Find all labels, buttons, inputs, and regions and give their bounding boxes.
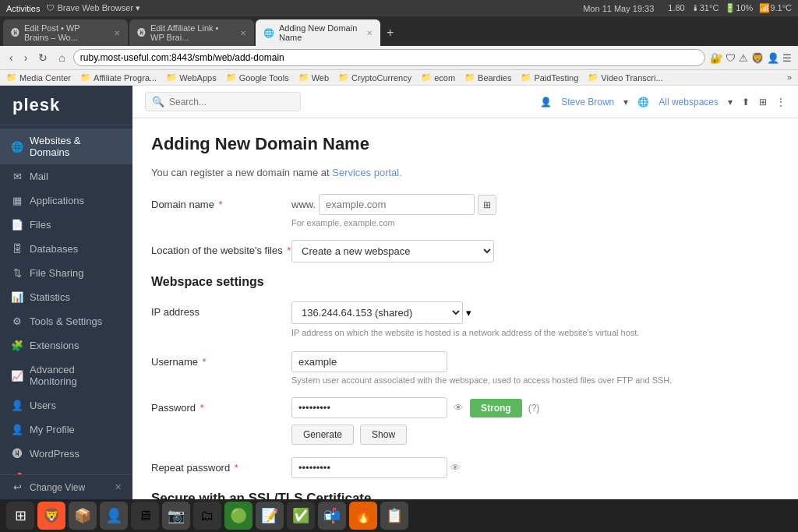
tab-close-domain[interactable]: ✕ xyxy=(366,29,373,37)
password-row-controls: 👁 Strong (?) xyxy=(291,397,779,418)
ip-address-control: 136.244.64.153 (shared) ▾ IP address on … xyxy=(291,301,779,339)
wordpress-icon: 🅦 xyxy=(11,448,23,460)
ip-dropdown-icon: ▾ xyxy=(466,307,471,319)
sidebar-item-mail-label: Mail xyxy=(30,171,48,182)
password-control: 👁 Strong (?) Generate Show xyxy=(291,397,779,445)
more-bookmarks-icon[interactable]: » xyxy=(787,72,792,83)
sidebar-item-changeview[interactable]: ↩ Change View ✕ xyxy=(0,475,132,499)
sidebar-item-users[interactable]: 👤 Users xyxy=(0,393,132,417)
tab-adddomain[interactable]: 🌐 Adding New Domain Name ✕ xyxy=(256,19,380,46)
taskbar-icon-terminal[interactable]: 🖥 xyxy=(131,502,159,530)
bookmark-webapps[interactable]: 📁 WebApps xyxy=(166,72,217,83)
sidebar-bottom: ↩ Change View ✕ xyxy=(0,474,132,499)
monitoring-icon: 📈 xyxy=(11,370,23,382)
taskbar-icon-apps[interactable]: ⊞ xyxy=(6,502,34,530)
reload-button[interactable]: ↻ xyxy=(35,50,51,65)
taskbar-icon-green[interactable]: 🟢 xyxy=(224,502,252,530)
close-changeview-icon[interactable]: ✕ xyxy=(115,482,122,492)
sidebar-item-extensions[interactable]: 🧩 Extensions xyxy=(0,333,132,358)
sidebar-item-websites[interactable]: 🌐 Websites & Domains xyxy=(0,129,132,164)
sidebar: plesk 🌐 Websites & Domains ✉ Mail ▦ Appl… xyxy=(0,86,132,499)
plesk-logo: plesk xyxy=(0,86,132,125)
services-portal-link[interactable]: Services portal. xyxy=(332,167,402,178)
location-control: Create a new webspace xyxy=(291,240,779,262)
taskbar-icon-notes[interactable]: 📝 xyxy=(256,502,284,530)
location-label: Location of the website's files * xyxy=(151,240,291,256)
bookmark-googletools[interactable]: 📁 Google Tools xyxy=(226,72,289,83)
taskbar-icon-brave[interactable]: 🦁 xyxy=(37,502,65,530)
show-button[interactable]: Show xyxy=(360,425,407,445)
chevron-down-icon: ▾ xyxy=(623,97,628,107)
location-select[interactable]: Create a new webspace xyxy=(291,240,494,262)
search-icon: 🔍 xyxy=(152,96,164,107)
password-input[interactable] xyxy=(291,397,447,418)
sidebar-item-monitoring-label: Advanced Monitoring xyxy=(30,364,122,387)
sidebar-item-tools-label: Tools & Settings xyxy=(30,315,102,327)
taskbar-icon-firefox[interactable]: 🔥 xyxy=(349,502,377,530)
tab-editpost[interactable]: 🅦 Edit Post • WP Brains – Wo... ✕ xyxy=(3,19,128,46)
menu-icon[interactable]: ☰ xyxy=(782,52,792,64)
taskbar-icon-clipboard[interactable]: 📋 xyxy=(380,502,408,530)
password-reveal-icon[interactable]: 👁 xyxy=(454,402,464,414)
taskbar-icon-files[interactable]: 🗂 xyxy=(193,502,221,530)
bookmark-crypto[interactable]: 📁 CryptoCurrency xyxy=(338,72,411,83)
repeat-password-input[interactable] xyxy=(291,457,447,478)
activities-label: Activities xyxy=(6,4,40,13)
url-input[interactable] xyxy=(73,49,705,66)
sidebar-item-mail[interactable]: ✉ Mail xyxy=(0,164,132,188)
domain-browse-button[interactable]: ⊞ xyxy=(478,195,496,215)
sidebar-item-statistics-label: Statistics xyxy=(30,291,70,303)
bookmark-ecom[interactable]: 📁 ecom xyxy=(421,72,455,83)
sidebar-item-databases[interactable]: 🗄 Databases xyxy=(0,237,132,261)
search-box[interactable]: 🔍 xyxy=(145,92,301,111)
tab-wp-icon2: 🅦 xyxy=(137,28,146,37)
bookmark-web[interactable]: 📁 Web xyxy=(298,72,329,83)
taskbar-icon-user[interactable]: 👤 xyxy=(100,502,128,530)
bookmark-mediacenter[interactable]: 📁 Media Center xyxy=(6,72,71,83)
sidebar-item-wordpress[interactable]: 🅦 WordPress xyxy=(0,442,132,466)
sidebar-item-myprofile[interactable]: 👤 My Profile xyxy=(0,417,132,442)
sidebar-item-filesharing[interactable]: ⇅ File Sharing xyxy=(0,261,132,285)
tab-close-affiliate[interactable]: ✕ xyxy=(240,29,246,37)
home-button[interactable]: ⌂ xyxy=(55,50,68,65)
domain-name-input[interactable] xyxy=(319,194,475,215)
sidebar-item-users-label: Users xyxy=(30,400,56,411)
taskbar-icon-camera[interactable]: 📷 xyxy=(162,502,190,530)
sidebar-item-files[interactable]: 📄 Files xyxy=(0,213,132,237)
username-required-marker: * xyxy=(203,356,207,368)
more-options-icon[interactable]: ⋮ xyxy=(776,97,786,107)
sidebar-item-tools[interactable]: ⚙ Tools & Settings xyxy=(0,309,132,333)
sidebar-item-monitoring[interactable]: 📈 Advanced Monitoring xyxy=(0,358,132,393)
bookmark-beardies[interactable]: 📁 Beardies xyxy=(464,72,511,83)
back-button[interactable]: ‹ xyxy=(6,50,16,65)
repeat-password-reveal-icon[interactable]: 👁 xyxy=(450,462,461,474)
bookmarks-bar: 📁 Media Center 📁 Affiliate Progra... 📁 W… xyxy=(0,70,798,86)
username-input[interactable] xyxy=(291,351,447,372)
ip-address-select[interactable]: 136.244.64.153 (shared) xyxy=(291,301,463,324)
taskbar-icon-mail[interactable]: 📬 xyxy=(318,502,346,530)
sidebar-item-seotoolkit[interactable]: 📌 SEO Toolkit xyxy=(0,466,132,474)
header-user-label[interactable]: Steve Brown xyxy=(561,97,614,107)
new-tab-button[interactable]: + xyxy=(382,24,398,41)
bookmark-video[interactable]: 📁 Video Transcri... xyxy=(588,72,662,83)
tab-editpost-label: Edit Post • WP Brains – Wo... xyxy=(24,23,106,42)
tab-affiliate[interactable]: 🅦 Edit Affiliate Link • WP Brai... ✕ xyxy=(129,19,254,46)
taskbar-icon-package[interactable]: 📦 xyxy=(69,502,97,530)
sidebar-item-statistics[interactable]: 📊 Statistics xyxy=(0,285,132,309)
help-icon[interactable]: (?) xyxy=(528,403,540,414)
bookmark-paidtesting[interactable]: 📁 PaidTesting xyxy=(521,72,578,83)
generate-button[interactable]: Generate xyxy=(291,425,354,445)
grid-icon[interactable]: ⊞ xyxy=(759,97,767,107)
header-webspaces-label[interactable]: All webspaces xyxy=(659,97,719,107)
password-row: Password * 👁 Strong (?) Generate Show xyxy=(151,397,779,445)
share-icon[interactable]: ⬆ xyxy=(742,97,750,107)
username-row: Username * System user account associate… xyxy=(151,351,779,385)
taskbar-icon-check[interactable]: ✅ xyxy=(287,502,315,530)
password-btn-row: Generate Show xyxy=(291,425,779,445)
applications-icon: ▦ xyxy=(11,195,23,206)
search-input[interactable] xyxy=(169,97,294,107)
sidebar-item-applications[interactable]: ▦ Applications xyxy=(0,188,132,213)
forward-button[interactable]: › xyxy=(21,50,31,65)
bookmark-affiliate[interactable]: 📁 Affiliate Progra... xyxy=(80,72,157,83)
tab-close-editpost[interactable]: ✕ xyxy=(114,29,120,37)
